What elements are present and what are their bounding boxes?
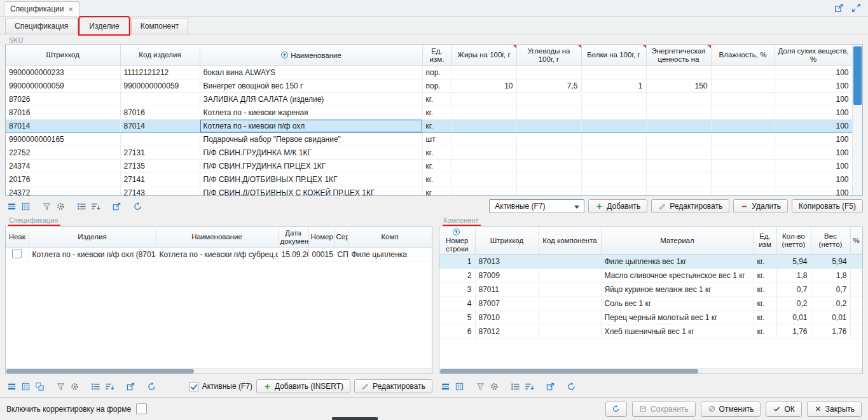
close-button[interactable]: Закрыть	[807, 402, 862, 417]
column-header[interactable]: Белки на 100г, г	[581, 45, 646, 66]
column-header[interactable]: Ед. изм	[754, 227, 776, 255]
share-icon[interactable]	[124, 380, 137, 393]
table-row[interactable]: 99000000000599900000000059Винегрет овощн…	[6, 79, 852, 92]
numbered-list-icon[interactable]	[509, 380, 521, 393]
list-view-icon[interactable]	[5, 380, 18, 393]
table-row[interactable]: 87026ЗАЛИВКА ДЛЯ САЛАТА (изделие)кг.100	[6, 92, 852, 106]
scrollbar-thumb[interactable]	[6, 369, 194, 374]
gear-icon[interactable]	[54, 200, 67, 213]
column-header[interactable]: Неак	[6, 227, 29, 248]
table-row[interactable]: 2017627141П/Ф СВИН.Д/ОТБИВНЫХ ПР.ЦЕХ 1КГ…	[6, 172, 852, 186]
column-header[interactable]: Номер строки	[439, 227, 475, 255]
table-row[interactable]: 2275227131П/Ф СВИН.ГРУДИНКА М/К 1КГкг.10…	[6, 146, 852, 159]
cell: 15.09.20	[278, 248, 308, 262]
share-icon[interactable]	[544, 380, 556, 393]
tab-component[interactable]: Компонент	[131, 18, 189, 34]
table-row[interactable]: 487007Соль вес 1 кгкг.0,20,2	[439, 297, 862, 311]
column-header[interactable]: Изделия	[29, 227, 156, 248]
table-row[interactable]: 687012Хлеб пшеничный вес 1 кгкг.1,761,76	[439, 325, 862, 339]
column-header[interactable]: Сер	[334, 227, 348, 248]
sort-lines-icon[interactable]	[523, 380, 535, 393]
column-header[interactable]: Наименование	[156, 227, 278, 248]
grid-icon[interactable]	[453, 380, 465, 393]
column-header[interactable]: Доля сухих веществ, %	[775, 45, 852, 66]
filter-icon[interactable]	[54, 380, 67, 393]
table-row[interactable]: 9900000000165Подарочный набор "Первое св…	[6, 132, 852, 146]
column-header[interactable]: Жиры на 100г, г	[451, 45, 516, 66]
filter-icon[interactable]	[40, 200, 53, 213]
cards-icon[interactable]	[33, 380, 46, 393]
edit-button[interactable]: Редактировать	[354, 379, 432, 393]
column-header[interactable]: Штрихкод	[6, 45, 120, 66]
active-filter-checkbox[interactable]: Активные (F7)	[189, 382, 252, 391]
table-row[interactable]: 387011Яйцо куриное меланж вес 1 кгкг.0,7…	[439, 283, 862, 297]
column-header[interactable]: Комп	[348, 227, 432, 248]
checkbox-checked-icon[interactable]	[189, 382, 198, 391]
table-row[interactable]: Котлета по - киевски п/ф охл (87014Котле…	[6, 248, 432, 262]
edit-button[interactable]: Редактировать	[651, 199, 729, 213]
sku-vertical-scrollbar[interactable]	[852, 45, 862, 195]
copy-button[interactable]: Копировать (F5)	[792, 199, 863, 213]
numbered-list-icon[interactable]	[89, 380, 102, 393]
refresh-icon[interactable]	[131, 200, 144, 213]
column-header[interactable]: Код изделия	[120, 45, 200, 66]
column-header[interactable]: Ед. изм.	[422, 45, 451, 66]
table-row[interactable]: 8701687016Котлета по - киевски жаренаякг…	[6, 106, 852, 119]
table-row[interactable]: 2437427135П/Ф СВИН.ГРУДИНКА ПР.ЦЕХ 1КГкг…	[6, 159, 852, 172]
close-tab-icon[interactable]: ×	[68, 5, 73, 13]
table-row[interactable]: 8701487014Котлета по - киевски п/ф охлкг…	[6, 119, 852, 132]
scrollbar-thumb[interactable]	[440, 369, 698, 374]
delete-button[interactable]: Удалить	[733, 199, 788, 213]
column-header[interactable]: %	[850, 227, 862, 255]
save-button[interactable]: Сохранить	[632, 402, 696, 417]
refresh-button[interactable]	[605, 402, 627, 417]
scrollbar-thumb[interactable]	[853, 46, 862, 105]
cancel-button[interactable]: Отменить	[701, 402, 761, 417]
refresh-icon[interactable]	[565, 380, 577, 393]
column-header[interactable]: Углеводы на 100г, г	[516, 45, 581, 66]
column-header[interactable]: Материал	[601, 227, 754, 255]
column-header[interactable]: Наименование	[200, 45, 422, 66]
column-header[interactable]: Дата докумен	[278, 227, 308, 248]
list-view-icon[interactable]	[439, 380, 451, 393]
column-header[interactable]: Номер	[308, 227, 334, 248]
share-icon[interactable]	[110, 200, 123, 213]
gear-icon[interactable]	[68, 380, 81, 393]
column-header[interactable]: Вес (нетто)	[811, 227, 850, 255]
restore-window-icon[interactable]	[851, 3, 862, 13]
table-row[interactable]: 2437227143П/Ф СВИН.Д/ОТБИВНЫХ С КОЖЕЙ ПР…	[6, 186, 852, 196]
row-inactive-checkbox[interactable]	[12, 249, 22, 258]
cell: 150	[646, 79, 711, 92]
ok-button[interactable]: ОК	[766, 402, 801, 417]
refresh-icon[interactable]	[145, 380, 158, 393]
tab-product[interactable]: Изделие	[79, 17, 129, 34]
table-row[interactable]: 587010Перец черный молотый вес 1 кгкг.0,…	[439, 311, 862, 325]
component-horizontal-scrollbar[interactable]	[439, 368, 862, 374]
open-in-window-icon[interactable]	[834, 3, 844, 13]
column-header[interactable]: Штрихкод	[475, 227, 539, 255]
filter-icon[interactable]	[474, 380, 486, 393]
column-header[interactable]: Влажность, %	[711, 45, 775, 66]
active-filter-select[interactable]: Активные (F7)	[489, 199, 584, 213]
table-row[interactable]: 187013Филе цыпленка вес 1кгкг.5,945,94	[439, 255, 862, 269]
table-row[interactable]: 287009Масло сливочное крестьянское вес 1…	[439, 269, 862, 283]
column-header[interactable]: Кол-во (нетто)	[776, 227, 811, 255]
numbered-list-icon[interactable]	[75, 200, 88, 213]
sort-lines-icon[interactable]	[103, 380, 116, 393]
column-header[interactable]: Код компонента	[539, 227, 601, 255]
sort-lines-icon[interactable]	[89, 200, 102, 213]
gear-icon[interactable]	[488, 380, 500, 393]
column-header[interactable]: Энергетическая ценность на	[646, 45, 711, 66]
tab-specification[interactable]: Спецификация	[5, 18, 78, 34]
grid-icon[interactable]	[19, 200, 32, 213]
table-row[interactable]: 990000000023311112121212бокал вина ALWAY…	[6, 66, 852, 79]
doc-tab-specifications[interactable]: Спецификации ×	[4, 1, 79, 16]
specification-horizontal-scrollbar[interactable]	[6, 368, 432, 374]
adjust-on-form-checkbox[interactable]	[136, 403, 147, 414]
add-button[interactable]: Добавить	[588, 199, 647, 213]
grid-icon[interactable]	[19, 380, 32, 393]
list-view-icon[interactable]	[5, 200, 18, 213]
cell	[120, 132, 200, 146]
column-header-label: Неак	[9, 233, 25, 241]
add-insert-button[interactable]: Добавить (INSERT)	[256, 379, 350, 393]
